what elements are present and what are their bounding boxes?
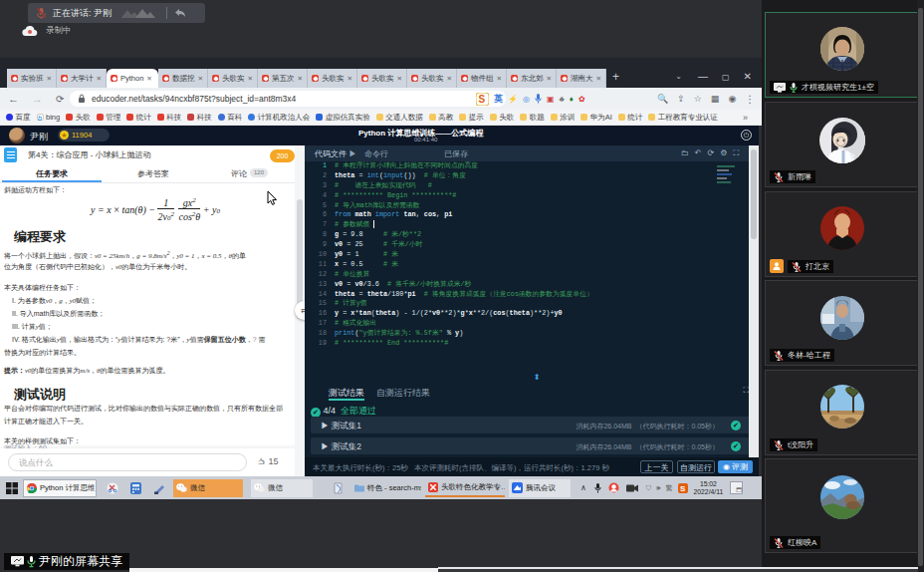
svg-text:S: S xyxy=(479,94,486,105)
svg-text:S: S xyxy=(680,484,686,493)
